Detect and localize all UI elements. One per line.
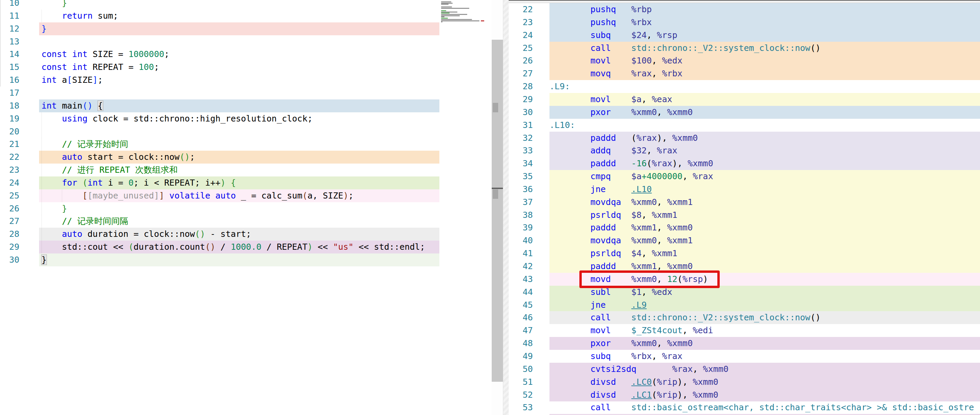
source-line[interactable]: 13 [0, 35, 503, 48]
assembly-output-viewer[interactable]: 22 pushq %rbp23 pushq %rbx24 subq $24, %… [509, 0, 980, 415]
source-code-text: [[maybe_unused]] volatile auto _ = calc_… [41, 189, 353, 202]
asm-line[interactable]: 45 jne .L9 [509, 299, 980, 312]
code-token: () [180, 152, 189, 162]
code-token: $a [632, 94, 641, 104]
asm-line[interactable]: 29 movl $a, %eax [509, 93, 980, 106]
source-code-text: // 记录时间间隔 [41, 215, 128, 228]
asm-line[interactable]: 30 pxor %xmm0, %xmm0 [509, 106, 980, 119]
asm-line[interactable]: 23 pushq %rbx [509, 16, 980, 29]
code-token: const [41, 62, 67, 72]
code-token [41, 152, 62, 162]
source-line[interactable]: 12} [0, 22, 503, 35]
asm-line[interactable]: 24 subq $24, %rsp [509, 29, 980, 42]
code-token: // 进行 REPEAT 次数组求和 [62, 165, 178, 175]
code-token: ] [159, 191, 164, 201]
source-line[interactable]: 22 auto start = clock::now(); [0, 150, 503, 163]
code-token: , [657, 197, 667, 207]
assembly-code-text: movl $100, %edx [549, 54, 682, 67]
code-token: call [590, 312, 631, 322]
asm-line[interactable]: 27 movq %rax, %rbx [509, 67, 980, 80]
source-line[interactable]: 20 [0, 125, 503, 138]
source-line[interactable]: 10 } [0, 0, 503, 10]
asm-line[interactable]: 53 call std::basic_ostream<char, std::ch… [509, 401, 980, 414]
editor-scrollbar[interactable] [492, 0, 503, 415]
minimap-line [441, 14, 467, 15]
code-token: volatile [169, 191, 210, 201]
code-token: } [41, 24, 46, 33]
source-line[interactable]: 25 [[maybe_unused]] volatile auto _ = ca… [0, 189, 503, 202]
source-line[interactable]: 17 [0, 87, 503, 100]
source-line[interactable]: 11 return sum; [0, 10, 503, 22]
assembly-code-text: jne .L10 [549, 183, 652, 196]
source-line[interactable]: 15const int REPEAT = 100; [0, 61, 503, 74]
source-line[interactable]: 24 for (int i = 0; i < REPEAT; i++) { [0, 176, 503, 189]
code-token: () [810, 312, 821, 322]
line-number: 33 [509, 144, 533, 157]
source-line[interactable]: 26 } [0, 202, 503, 215]
asm-line[interactable]: 32 paddd (%rax), %xmm0 [509, 131, 980, 144]
asm-line[interactable]: 31.L10: [509, 119, 980, 131]
asm-label-link[interactable]: .L9 [632, 300, 647, 310]
pane-left-edge [0, 0, 1, 87]
source-line[interactable]: 27 // 记录时间间隔 [0, 215, 503, 228]
assembly-code-text: subq %rbx, %rax [549, 350, 682, 363]
asm-line[interactable]: 50 cvtsi2sdq %rax, %xmm0 [509, 363, 980, 375]
asm-line[interactable]: 47 movl $_ZSt4cout, %edi [509, 324, 980, 337]
code-token: %xmm0 [632, 338, 657, 348]
code-token: psrldq [590, 210, 631, 220]
code-token: pushq [590, 5, 631, 14]
source-code-text: const int REPEAT = 100; [41, 61, 159, 74]
asm-line[interactable]: 22 pushq %rbp [509, 3, 980, 16]
source-line[interactable]: 29 std::cout << (duration.count() / 1000… [0, 241, 503, 253]
asm-line[interactable]: 37 movdqa %xmm0, %xmm1 [509, 196, 980, 209]
asm-line[interactable]: 33 addq $32, %rax [509, 144, 980, 157]
code-token: [ [82, 191, 88, 201]
source-line[interactable]: 21 // 记录开始时间 [0, 138, 503, 150]
asm-line[interactable]: 49 subq %rbx, %rax [509, 350, 980, 363]
source-editor[interactable]: 10 }11 return sum;12}1314const int SIZE … [0, 0, 503, 415]
asm-line[interactable]: 36 jne .L10 [509, 183, 980, 196]
source-line[interactable]: 28 auto duration = clock::now() - start; [0, 228, 503, 241]
code-token: %rax [657, 146, 677, 155]
assembly-code-text: psrldq $8, %xmm1 [549, 209, 677, 222]
source-line[interactable]: 30} [0, 253, 503, 266]
asm-line[interactable]: 28.L9: [509, 80, 980, 93]
asm-line[interactable]: 51 divsd .LC0(%rip), %xmm0 [509, 375, 980, 388]
source-line[interactable]: 16int a[SIZE]; [0, 74, 503, 87]
code-token: .L10: [549, 120, 575, 130]
source-line[interactable]: 19 using clock = std::chrono::high_resol… [0, 112, 503, 125]
line-number: 42 [509, 260, 533, 273]
asm-line[interactable]: 34 paddd -16(%rax), %xmm0 [509, 157, 980, 170]
asm-line[interactable]: 35 cmpq $a+4000000, %rax [509, 170, 980, 183]
asm-line[interactable]: 39 paddd %xmm1, %xmm0 [509, 221, 980, 234]
code-token [41, 11, 62, 21]
assembly-code-text: cvtsi2sdq %rax, %xmm0 [549, 363, 729, 375]
line-number: 39 [509, 221, 533, 234]
line-number: 13 [0, 35, 19, 48]
scrollbar-thumb[interactable] [492, 40, 503, 382]
asm-line[interactable]: 41 psrldq $4, %xmm1 [509, 247, 980, 260]
asm-label-link[interactable]: .LC1 [632, 390, 652, 400]
line-highlight [39, 253, 439, 266]
source-line[interactable]: 18int main() { [0, 100, 503, 112]
assembly-code-text: .L9: [549, 80, 570, 93]
code-token: movl [590, 325, 631, 335]
minimap[interactable] [440, 0, 492, 415]
asm-line[interactable]: 46 call std::chrono::_V2::system_clock::… [509, 311, 980, 324]
asm-label-link[interactable]: .LC0 [632, 377, 652, 387]
asm-line[interactable]: 26 movl $100, %edx [509, 54, 980, 67]
asm-label-link[interactable]: .L10 [632, 184, 652, 194]
code-token: , [657, 338, 667, 348]
code-token: $1 [632, 287, 641, 297]
asm-line[interactable]: 48 pxor %xmm0, %xmm0 [509, 337, 980, 350]
asm-line[interactable]: 38 psrldq $8, %xmm1 [509, 209, 980, 222]
source-line[interactable]: 23 // 进行 REPEAT 次数组求和 [0, 163, 503, 176]
asm-line[interactable]: 40 movdqa %xmm0, %xmm1 [509, 234, 980, 247]
asm-line[interactable]: 25 call std::chrono::_V2::system_clock::… [509, 42, 980, 55]
code-token [549, 364, 590, 374]
line-number: 24 [0, 176, 19, 189]
code-token: $24 [632, 30, 647, 40]
source-line[interactable]: 14const int SIZE = 1000000; [0, 48, 503, 61]
line-number: 49 [509, 350, 533, 363]
asm-line[interactable]: 52 divsd .LC1(%rip), %xmm0 [509, 388, 980, 401]
